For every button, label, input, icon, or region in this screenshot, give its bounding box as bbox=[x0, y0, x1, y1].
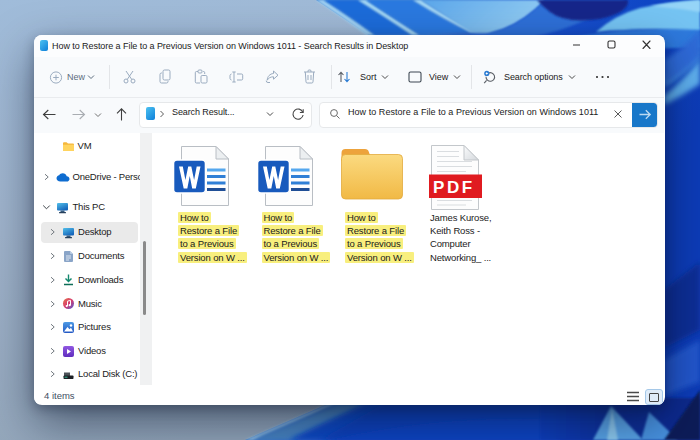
svg-text:PDF: PDF bbox=[433, 178, 475, 197]
